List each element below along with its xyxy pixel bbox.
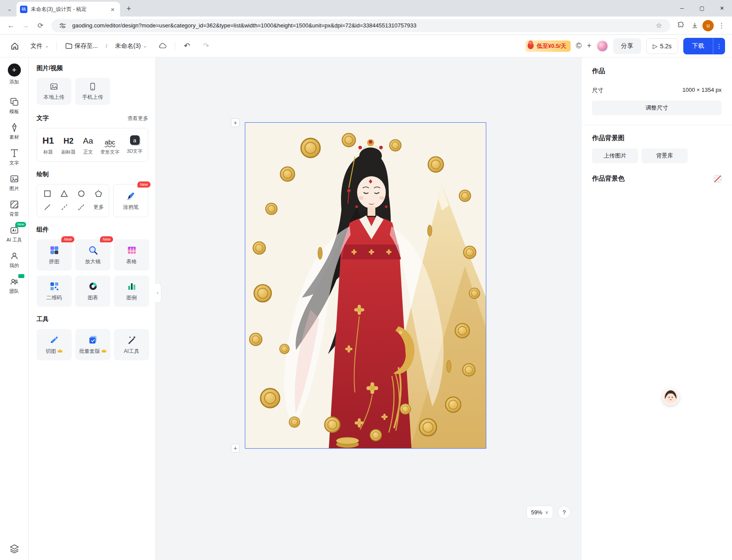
downloads-icon[interactable] [689,20,701,32]
tool-slice[interactable]: 切图 [37,329,72,360]
upload-bg-image-button[interactable]: 上传图片 [592,148,638,163]
browser-tab[interactable]: 稿 未命名(3)_设计页 - 稿定 × [17,2,120,17]
download-button[interactable]: 下载 ⋮ [683,38,725,54]
doodle-pen-button[interactable]: New 涂鸦笔 [113,184,148,217]
copyright-icon[interactable]: © [576,41,582,50]
promo-badge[interactable]: 低至¥0.5/天 [525,40,571,52]
sidebar-item-text[interactable]: 文字 [2,144,27,170]
help-button[interactable]: ? [558,506,571,519]
component-magnifier[interactable]: New 放大镜 [75,239,110,271]
refresh-button[interactable]: ⟳ [34,19,47,32]
add-page-below-button[interactable]: + [231,444,240,453]
sidebar-item-mine[interactable]: 我的 [2,247,27,273]
collage-icon [49,245,60,255]
triangle-shape[interactable] [60,190,68,197]
text-style-h1[interactable]: H1 标题 [42,134,54,155]
component-legend[interactable]: 图例 [114,275,149,307]
invite-plus-icon[interactable]: + [587,41,592,50]
doodle-pen-label: 涂鸦笔 [123,204,139,211]
forward-button[interactable]: → [19,19,32,32]
sidebar-item-materials[interactable]: 素材 [2,119,27,144]
sidebar-item-images[interactable]: 图片 [2,170,27,196]
tab-close-icon[interactable]: × [109,5,117,13]
component-collage[interactable]: New 拼图 [37,239,72,271]
sidebar-item-ai-tools[interactable]: New AI 工具 [2,221,27,247]
site-settings-icon[interactable] [57,20,69,32]
window-maximize-button[interactable]: ▢ [692,0,712,17]
circle-shape[interactable] [78,190,85,197]
home-button[interactable] [7,39,23,54]
new-badge: New [61,236,74,242]
window-close-button[interactable]: ✕ [712,0,732,17]
sidebar-item-add[interactable]: + 添加 [8,64,21,85]
shapes-more-button[interactable]: 更多 [94,204,104,211]
tool-batch-template[interactable]: 批量套版 [75,329,110,360]
user-avatar[interactable] [597,40,608,52]
download-options-icon[interactable]: ⋮ [713,38,725,54]
text-section-title: 文字 [37,114,49,122]
bookmark-star-icon[interactable]: ☆ [653,20,665,32]
tab-search-chevron-icon[interactable]: ⌄ [3,3,16,15]
sidebar-item-label: 团队 [10,288,19,295]
undo-button[interactable]: ↶ [180,39,194,54]
sidebar-item-team[interactable]: 团队 [2,273,27,298]
zoom-control[interactable]: 59% ∨ [526,506,553,519]
add-page-above-button[interactable]: + [231,118,240,127]
warp-glyph: abc [105,134,115,146]
square-shape[interactable] [44,190,51,197]
component-qrcode[interactable]: 二维码 [37,275,72,307]
save-to-button[interactable]: 保存至... [61,39,101,54]
url-field[interactable]: gaoding.com/editor/design?mode=user&cate… [51,19,670,32]
pentagon-shape[interactable] [95,190,102,197]
sidebar-item-background[interactable]: 背景 [2,196,27,221]
sidebar-item-templates[interactable]: 模板 [2,93,27,119]
image-icon [10,174,19,184]
phone-upload-button[interactable]: 手机上传 [75,78,110,105]
phone-upload-label: 手机上传 [82,94,103,101]
line-shape[interactable] [44,204,51,211]
panel-collapse-handle[interactable]: ‹ [154,283,161,303]
zoom-value: 59% [531,509,542,516]
doc-name-menu[interactable]: 未命名(3) ⌄ [112,39,150,54]
design-canvas-artwork[interactable] [245,123,486,448]
share-button[interactable]: 分享 [613,38,641,54]
component-chart[interactable]: 图表 [75,275,110,307]
window-minimize-button[interactable]: ─ [672,0,692,17]
sidebar-item-label: 文字 [10,160,19,166]
assistant-avatar-button[interactable] [662,389,679,405]
play-icon: ▷ [653,43,658,50]
text-style-warp[interactable]: abc 变形文字 [100,134,120,155]
slice-label: 切图 [46,348,56,355]
qrcode-label: 二维码 [47,294,62,302]
add-icon: + [8,64,21,77]
divider [57,42,57,50]
dashed-line-shape[interactable] [61,204,68,211]
browser-profile-avatar[interactable]: u [702,20,714,31]
bg-library-button[interactable]: 背景库 [642,148,688,163]
new-badge: New [15,222,26,227]
extensions-icon[interactable] [675,20,687,32]
text-see-more-link[interactable]: 查看更多 [127,115,148,122]
redo-button[interactable]: ↷ [199,39,214,54]
new-badge: New [100,236,113,242]
chart-icon [88,281,98,292]
preview-button[interactable]: ▷ 5.2s [646,38,678,54]
text-styles-card: H1 标题 H2 副标题 Aa 正文 abc 变形文字 a 3D文字 [37,128,148,162]
file-menu-label: 文件 [30,42,43,50]
local-upload-button[interactable]: 本地上传 [37,78,71,105]
back-button[interactable]: ← [4,19,17,32]
tool-ai[interactable]: AI工具 [114,329,149,360]
bg-color-swatch[interactable] [714,175,722,183]
file-menu[interactable]: 文件 ⌄ [27,39,52,54]
text-style-body[interactable]: Aa 正文 [83,134,93,155]
resize-button[interactable]: 调整尺寸 [592,101,722,115]
new-tab-button[interactable]: + [123,3,135,15]
dotted-line-shape[interactable] [78,204,85,211]
layers-icon[interactable] [9,543,20,554]
text-style-3d[interactable]: a 3D文字 [127,135,143,154]
component-table[interactable]: 表格 [114,239,149,271]
bg-image-title: 作品背景图 [592,134,722,142]
browser-menu-icon[interactable]: ⋮ [715,20,728,32]
cloud-sync-icon[interactable] [155,39,170,54]
text-style-h2[interactable]: H2 副标题 [61,134,76,155]
